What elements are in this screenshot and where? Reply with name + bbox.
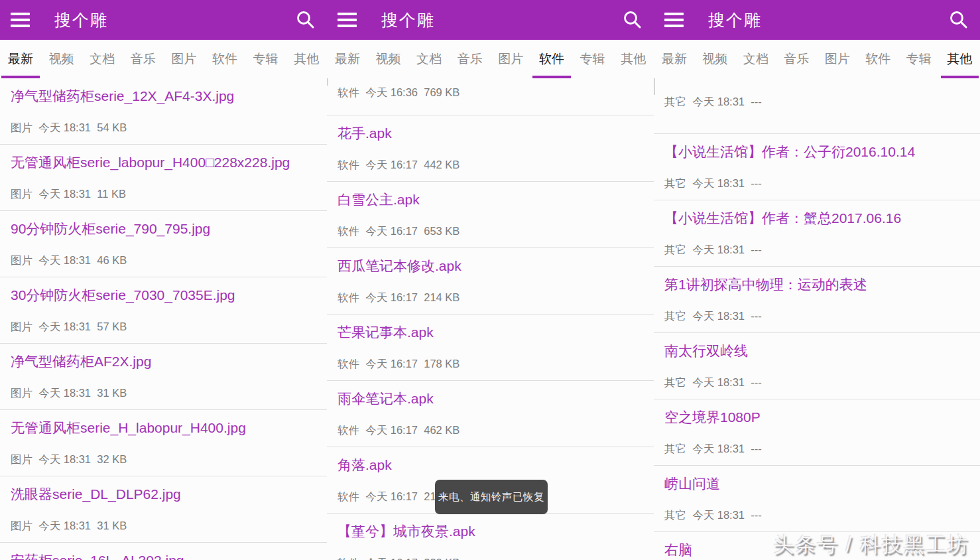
result-list-item[interactable]: 芒果记事本.apk 软件 今天 16:17 178 KB <box>327 315 654 381</box>
result-meta: 软件 今天 16:17 178 KB <box>337 357 643 371</box>
result-list-item[interactable]: 南太行双岭线 其它 今天 18:31 --- <box>654 333 980 399</box>
result-list-item[interactable]: 净气型储药柜serie_12X_AF4-3X.jpg 图片 今天 18:31 5… <box>0 78 327 145</box>
result-list-item[interactable]: 花手.apk 软件 今天 16:17 442 KB <box>327 115 654 182</box>
tab-专辑[interactable]: 专辑 <box>572 40 613 78</box>
result-title-link[interactable]: 洗眼器serie_DL_DLP62.jpg <box>11 485 316 504</box>
tab-软件[interactable]: 软件 <box>858 40 899 78</box>
tab-图片[interactable]: 图片 <box>164 40 205 78</box>
result-title-link[interactable]: 第1讲初探高中物理：运动的表述 <box>664 275 969 294</box>
result-meta: 图片 今天 18:31 54 KB <box>11 121 316 135</box>
result-list-item[interactable]: 无管通风柜serie_labopur_H400□228x228.jpg 图片 今… <box>0 145 327 211</box>
tab-软件[interactable]: 软件 <box>204 40 245 78</box>
result-meta: 其它 今天 18:31 --- <box>664 176 969 190</box>
result-title-link[interactable]: 【小说生活馆】作者：蟹总2017.06.16 <box>664 209 969 228</box>
result-title-link[interactable]: 无管通风柜serie_H_labopur_H400.jpg <box>11 419 316 437</box>
result-list-item[interactable]: 软件 今天 16:36 769 KB <box>327 86 654 115</box>
search-icon[interactable] <box>295 9 316 31</box>
results-panel-software: 搜个雕 最新视频文档音乐图片软件专辑其他 软件 今天 16:36 769 KB … <box>327 0 654 560</box>
tab-其他-active[interactable]: 其他 <box>940 40 980 78</box>
result-list: 其它 今天 18:31 --- 【小说生活馆】作者：公子衍2016.10.14 … <box>654 95 980 560</box>
result-title-link[interactable]: 无管通风柜serie_labopur_H400□228x228.jpg <box>11 153 316 172</box>
tab-专辑[interactable]: 专辑 <box>245 40 286 78</box>
result-list-item[interactable]: 【堇兮】城市夜景.apk 软件 今天 16:17 220 KB <box>327 514 654 560</box>
tab-文档[interactable]: 文档 <box>82 40 123 78</box>
tab-音乐[interactable]: 音乐 <box>123 40 164 78</box>
tab-最新[interactable]: 最新 <box>327 40 368 78</box>
result-meta: 图片 今天 18:31 31 KB <box>11 386 316 400</box>
result-title-link[interactable]: 角落.apk <box>337 456 643 474</box>
result-title-link[interactable]: 【堇兮】城市夜景.apk <box>337 522 643 541</box>
result-list-item[interactable]: 第1讲初探高中物理：运动的表述 其它 今天 18:31 --- <box>654 267 980 333</box>
result-title-link[interactable]: 安药柜serie_16L_AL302.jpg <box>11 551 316 560</box>
tab-音乐[interactable]: 音乐 <box>776 40 818 78</box>
app-bar: 搜个雕 <box>654 0 980 40</box>
result-list-item[interactable]: 空之境界1080P 其它 今天 18:31 --- <box>654 399 980 466</box>
result-title-link[interactable]: 芒果记事本.apk <box>337 323 643 342</box>
result-list: 净气型储药柜serie_12X_AF4-3X.jpg 图片 今天 18:31 5… <box>0 78 327 560</box>
tab-文档[interactable]: 文档 <box>408 40 450 78</box>
result-list-item[interactable]: 雨伞笔记本.apk 软件 今天 16:17 462 KB <box>327 381 654 447</box>
search-icon[interactable] <box>622 9 643 31</box>
result-title-link[interactable]: 【小说生活馆】作者：公子衍2016.10.14 <box>664 143 969 161</box>
tab-软件-active[interactable]: 软件 <box>531 40 572 78</box>
result-title-link[interactable]: 白雪公主.apk <box>337 190 643 209</box>
tab-图片[interactable]: 图片 <box>491 40 532 78</box>
result-title-link[interactable]: 净气型储药柜serie_12X_AF4-3X.jpg <box>11 87 316 105</box>
result-list-item[interactable]: 崂山问道 其它 今天 18:31 --- <box>654 466 980 532</box>
hamburger-menu-icon[interactable] <box>11 13 31 27</box>
result-title-link[interactable]: 南太行双岭线 <box>664 342 969 360</box>
result-meta: 其它 今天 18:31 --- <box>664 508 969 522</box>
result-list-item[interactable]: 安药柜serie_16L_AL302.jpg <box>0 543 327 560</box>
result-title-link[interactable]: 30分钟防火柜serie_7030_7035E.jpg <box>11 286 316 305</box>
result-list-item[interactable]: 30分钟防火柜serie_7030_7035E.jpg 图片 今天 18:31 … <box>0 277 327 344</box>
result-meta: 图片 今天 18:31 46 KB <box>11 253 316 267</box>
result-title-link[interactable]: 空之境界1080P <box>664 408 969 427</box>
result-meta: 其它 今天 18:31 --- <box>664 442 969 456</box>
result-list-item[interactable]: 净气型储药柜AF2X.jpg 图片 今天 18:31 31 KB <box>0 344 327 410</box>
result-list-item[interactable]: 【小说生活馆】作者：公子衍2016.10.14 其它 今天 18:31 --- <box>654 134 980 200</box>
result-list-item[interactable]: 90分钟防火柜serie_790_795.jpg 图片 今天 18:31 46 … <box>0 211 327 277</box>
results-panel-latest: 搜个雕 最新视频文档音乐图片软件专辑其他 净气型储药柜serie_12X_AF4… <box>0 0 327 560</box>
tab-其他[interactable]: 其他 <box>286 40 327 78</box>
result-meta: 软件 今天 16:17 214 KB <box>337 291 643 305</box>
result-list-item[interactable]: 白雪公主.apk 软件 今天 16:17 653 KB <box>327 182 654 248</box>
result-title-link[interactable]: 西瓜笔记本修改.apk <box>337 257 643 275</box>
result-meta: 其它 今天 18:31 --- <box>664 95 969 109</box>
tab-视频[interactable]: 视频 <box>695 40 736 78</box>
tab-视频[interactable]: 视频 <box>41 40 82 78</box>
tab-文档[interactable]: 文档 <box>735 40 776 78</box>
search-icon[interactable] <box>948 9 969 31</box>
result-meta: 图片 今天 18:31 57 KB <box>11 320 316 334</box>
app-title: 搜个雕 <box>381 9 435 31</box>
tab-bar: 最新视频文档音乐图片软件专辑其他 <box>654 40 980 78</box>
tab-图片[interactable]: 图片 <box>817 40 858 78</box>
result-list-item[interactable]: 洗眼器serie_DL_DLP62.jpg 图片 今天 18:31 31 KB <box>0 476 327 543</box>
result-list-item[interactable]: 右脑 其它 今天 18:31 --- <box>654 532 980 560</box>
result-meta: 软件 今天 16:17 653 KB <box>337 224 643 238</box>
tab-最新-active[interactable]: 最新 <box>0 40 41 78</box>
result-list-item[interactable]: 无管通风柜serie_H_labopur_H400.jpg 图片 今天 18:3… <box>0 410 327 476</box>
hamburger-menu-icon[interactable] <box>337 13 357 27</box>
tab-视频[interactable]: 视频 <box>368 40 409 78</box>
result-meta: 图片 今天 18:31 32 KB <box>11 453 316 466</box>
result-meta: 软件 今天 16:17 220 KB <box>337 556 643 560</box>
result-list-item[interactable]: 其它 今天 18:31 --- <box>654 95 980 134</box>
result-list-item[interactable]: 【小说生活馆】作者：蟹总2017.06.16 其它 今天 18:31 --- <box>654 200 980 267</box>
toast-text: 来电、通知铃声已恢复 <box>438 490 544 504</box>
tab-bar: 最新视频文档音乐图片软件专辑其他 <box>327 40 654 78</box>
result-title-link[interactable]: 90分钟防火柜serie_790_795.jpg <box>11 220 316 238</box>
tab-专辑[interactable]: 专辑 <box>898 40 940 78</box>
stitched-screenshots: 搜个雕 最新视频文档音乐图片软件专辑其他 净气型储药柜serie_12X_AF4… <box>0 0 980 560</box>
tab-最新[interactable]: 最新 <box>654 40 695 78</box>
result-title-link[interactable]: 右脑 <box>664 541 969 559</box>
result-title-link[interactable]: 花手.apk <box>337 124 643 143</box>
results-panel-other: 搜个雕 最新视频文档音乐图片软件专辑其他 其它 今天 18:31 --- 【小说… <box>654 0 980 560</box>
result-title-link[interactable]: 净气型储药柜AF2X.jpg <box>11 352 316 371</box>
hamburger-menu-icon[interactable] <box>664 13 684 27</box>
tab-音乐[interactable]: 音乐 <box>450 40 491 78</box>
app-title: 搜个雕 <box>708 9 762 31</box>
result-list-item[interactable]: 西瓜笔记本修改.apk 软件 今天 16:17 214 KB <box>327 248 654 315</box>
tab-其他[interactable]: 其他 <box>613 40 654 78</box>
result-title-link[interactable]: 崂山问道 <box>664 474 969 493</box>
result-title-link[interactable]: 雨伞笔记本.apk <box>337 389 643 408</box>
